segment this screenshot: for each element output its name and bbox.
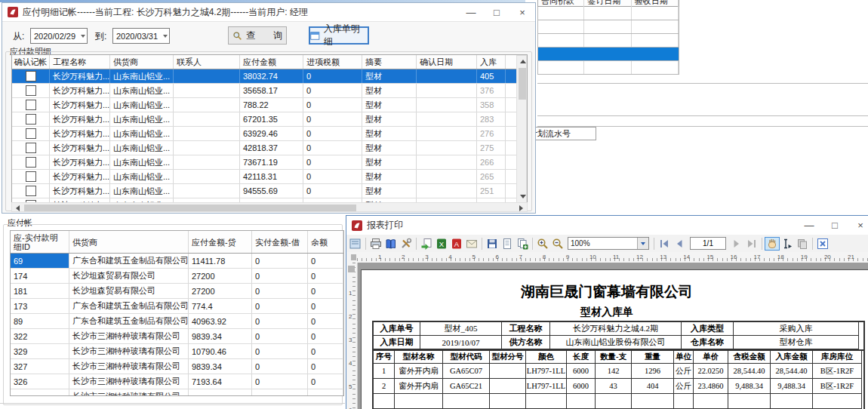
table-row[interactable] [537, 48, 679, 61]
print-icon[interactable] [368, 237, 383, 251]
confirm-checkbox[interactable] [26, 186, 36, 196]
page-number-input[interactable] [690, 237, 726, 250]
zoom-level-combo[interactable]: 100% [568, 237, 649, 250]
maximize-button[interactable]: □ [484, 7, 509, 18]
table-row[interactable]: 173广东合和建筑五金制品有限公司774.400 [11, 299, 343, 314]
confirm-checkbox[interactable] [26, 71, 36, 81]
confirm-checkbox[interactable] [26, 171, 36, 182]
chevron-down-icon[interactable] [78, 29, 87, 43]
table-row[interactable]: 326长沙市三湘特种玻璃有限公司7193.6400 [11, 374, 343, 389]
table-row[interactable] [537, 7, 679, 20]
report-company: 湖南巨晟门窗幕墙有限公司 [362, 282, 852, 302]
report-info-table: 入库单号型材_405工程名称长沙万科魅力之城4.2期入库类型采购入库入库日期20… [372, 321, 865, 351]
table-row[interactable] [537, 61, 679, 75]
serial-field-label: 计划流水号 [527, 127, 596, 140]
last-page-icon[interactable] [744, 237, 759, 251]
preview-area[interactable]: 123456 湖南巨晟门窗幕墙有限公司 型材入库单 入库单号型材_405工程名称… [346, 263, 868, 409]
table-row[interactable]: 181长沙坦森贸易有限公司2720000 [11, 284, 343, 299]
minimize-button[interactable]: — [796, 220, 822, 231]
export-icon[interactable] [419, 237, 434, 251]
column-header[interactable]: 应付金额 [240, 55, 303, 69]
minimize-button[interactable]: — [458, 7, 484, 18]
inbound-detail-button[interactable]: 入库单明细 [309, 26, 369, 45]
excel-icon[interactable]: X [434, 237, 449, 251]
table-row[interactable]: 174长沙坦森贸易有限公司2720000 [11, 269, 343, 284]
page-icon[interactable] [500, 237, 515, 251]
hand-tool-icon[interactable] [765, 237, 780, 251]
confirm-checkbox[interactable] [26, 114, 36, 125]
zoom-in-icon[interactable] [535, 237, 550, 251]
confirm-checkbox[interactable] [26, 143, 36, 153]
close-button[interactable]: × [509, 7, 535, 18]
table-row[interactable]: 长沙万科魅力...山东南山铝业...73671.190型材266 [12, 155, 516, 170]
table-row[interactable]: 长沙万科魅力...山东南山铝业...67201.350型材283 [12, 112, 516, 127]
table-row[interactable] [537, 20, 679, 34]
pages-icon[interactable] [515, 237, 530, 251]
table-row[interactable]: 长沙万科魅力...山东南山铝业...63929.460型材276 [12, 127, 516, 141]
next-page-icon[interactable] [729, 237, 744, 251]
confirm-checkbox[interactable] [26, 157, 36, 168]
payables-panel: 应付帐 应-实付款明细ID供货商应付金额-贷实付金额-借余额 69广东合和建筑五… [0, 214, 345, 409]
table-row[interactable]: 长沙市三湘特种玻璃有限公司 [11, 389, 343, 396]
vertical-scrollbar[interactable] [516, 55, 527, 203]
column-header[interactable]: 应付金额-贷 [189, 231, 252, 253]
report-print-titlebar[interactable]: 报表打印 — □ × [346, 216, 868, 235]
column-header[interactable]: 工程名称 [50, 55, 110, 69]
report-page: 湖南巨晟门窗幕墙有限公司 型材入库单 入库单号型材_405工程名称长沙万科魅力之… [361, 269, 868, 409]
to-date-picker[interactable]: 2020/03/31 [112, 28, 170, 44]
chevron-down-icon[interactable] [637, 238, 648, 249]
zoom-out-icon[interactable] [550, 237, 565, 251]
column-header[interactable]: 摘要 [362, 55, 417, 69]
window-title: 应付明细记帐------当前工程: 长沙万科魅力之城4.2期------当前用户… [23, 6, 308, 19]
table-row[interactable]: 89广东合和建筑五金制品有限公司40963.9200 [11, 314, 343, 329]
app-icon [352, 220, 362, 231]
table-row[interactable] [537, 34, 679, 48]
table-row[interactable]: 长沙万科魅力...山东南山铝业...42818.370型材275 [12, 141, 516, 155]
confirm-checkbox[interactable] [26, 85, 36, 96]
column-header[interactable]: 余额 [308, 231, 343, 253]
query-button[interactable]: 查 询 [228, 26, 287, 45]
first-page-icon[interactable] [657, 237, 672, 251]
toc-icon[interactable] [348, 237, 363, 251]
table-row[interactable]: 长沙万科魅力...山东南山铝业...38032.740型材405 [12, 69, 516, 84]
column-header[interactable]: 入库 [477, 55, 506, 69]
column-header[interactable]: 供货商 [110, 55, 174, 69]
column-header[interactable]: 供货商 [69, 231, 189, 253]
column-header[interactable]: 进项税额 [303, 55, 362, 69]
confirm-checkbox[interactable] [26, 128, 36, 139]
column-header[interactable]: 实付金额-借 [252, 231, 308, 253]
report-info-row: 入库单号型材_405工程名称长沙万科魅力之城4.2期入库类型采购入库 [374, 322, 863, 336]
copy-icon[interactable] [795, 237, 810, 251]
column-header[interactable]: 确认日期 [417, 55, 477, 69]
table-row[interactable]: 69广东合和建筑五金制品有限公司11411.7800 [11, 254, 343, 269]
payable-detail-table: 确认记帐工程名称供货商联系人应付金额进项税额摘要确认日期入库 长沙万科魅力...… [11, 54, 528, 204]
text-select-icon[interactable] [780, 237, 795, 251]
maximize-button[interactable]: □ [822, 220, 848, 231]
chevron-down-icon[interactable] [161, 29, 169, 43]
pdf-icon[interactable]: A [449, 237, 464, 251]
screen: ‹ 合同价款签订日期验收日期 计划流水号 应付帐 应-实付款明细ID供货商应付金… [0, 0, 868, 409]
table-row[interactable]: 329长沙市三湘特种玻璃有限公司10790.4600 [11, 344, 343, 359]
report-detail-row [374, 394, 863, 409]
book-icon[interactable] [383, 237, 399, 251]
payable-detail-titlebar[interactable]: 应付明细记帐------当前工程: 长沙万科魅力之城4.2期------当前用户… [2, 3, 535, 22]
from-date-picker[interactable]: 2020/02/29 [30, 28, 88, 44]
close-preview-icon[interactable] [815, 237, 830, 251]
confirm-checkbox[interactable] [26, 100, 36, 110]
table-row[interactable]: 327长沙市三湘特种玻璃有限公司9839.3400 [11, 359, 343, 374]
mail-icon[interactable] [464, 237, 479, 251]
column-header[interactable]: 确认记帐 [12, 55, 50, 69]
tools-icon[interactable] [399, 237, 414, 251]
table-row[interactable]: 长沙万科魅力...山东南山铝业...35658.170型材376 [12, 84, 516, 98]
column-header[interactable]: 联系人 [174, 55, 240, 69]
table-row[interactable]: 322长沙市三湘特种玻璃有限公司9839.3400 [11, 329, 343, 344]
table-row[interactable]: 长沙万科魅力...山东南山铝业...42118.310型材265 [12, 170, 516, 184]
column-header[interactable]: 应-实付款明细ID [11, 231, 69, 253]
background-window: ‹ 合同价款签订日期验收日期 计划流水号 [525, 0, 868, 214]
save-icon[interactable] [485, 237, 500, 251]
table-row[interactable]: 长沙万科魅力...山东南山铝业...94555.690型材251 [12, 184, 516, 198]
close-button[interactable]: × [848, 220, 868, 231]
table-row[interactable]: 长沙万科魅力...山东南山铝业...788.220型材358 [12, 98, 516, 112]
prev-page-icon[interactable] [672, 237, 687, 251]
horizontal-scrollbar[interactable] [11, 202, 528, 212]
